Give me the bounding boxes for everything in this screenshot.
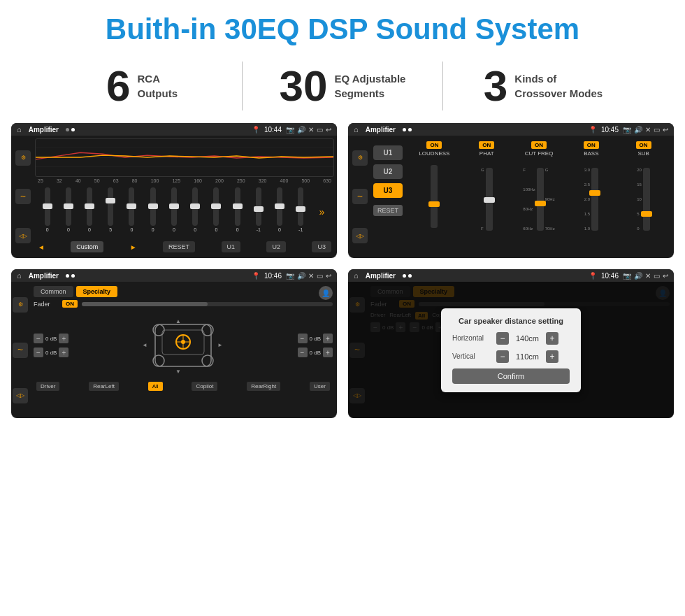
slider-track-2[interactable] — [87, 187, 92, 226]
slider-track-9[interactable] — [235, 187, 240, 226]
plus-rr[interactable]: + — [323, 348, 333, 357]
loudness-on[interactable]: ON — [426, 141, 442, 149]
xo-ctrl-1[interactable]: ⚙ — [352, 150, 368, 166]
horizontal-minus[interactable]: − — [496, 332, 509, 345]
slider-track-3[interactable] — [108, 187, 113, 226]
xo-reset[interactable]: RESET — [373, 205, 403, 216]
close-icon-2[interactable]: ✕ — [645, 126, 651, 134]
slider-thumb-11[interactable] — [275, 203, 284, 209]
eq-ctrl-2[interactable]: 〜 — [15, 189, 31, 204]
slider-thumb-7[interactable] — [190, 203, 200, 209]
slider-track-1[interactable] — [66, 187, 71, 226]
back-icon-1[interactable]: ↩ — [326, 126, 331, 134]
screen2-body: ⚙ 〜 ◁▷ U1 U2 U3 RESET ON LOUDNESS — [348, 136, 674, 258]
xo-ctrl-3[interactable]: ◁▷ — [352, 228, 368, 243]
label-all[interactable]: All — [148, 382, 163, 391]
slider-thumb-2[interactable] — [85, 203, 94, 209]
slider-thumb-4[interactable] — [127, 203, 136, 209]
home-icon-3[interactable]: ⌂ — [17, 271, 22, 280]
label-user[interactable]: User — [310, 382, 330, 391]
tab-common[interactable]: Common — [34, 286, 73, 297]
label-driver[interactable]: Driver — [36, 382, 59, 391]
u2-btn-1[interactable]: U2 — [266, 241, 286, 252]
cutfreq-on[interactable]: ON — [531, 141, 547, 149]
xo-ctrl-2[interactable]: 〜 — [352, 189, 368, 204]
slider-thumb-1[interactable] — [64, 203, 73, 209]
preset-u3[interactable]: U3 — [373, 183, 403, 198]
sub-track[interactable] — [643, 168, 650, 231]
sub-thumb[interactable] — [641, 211, 652, 217]
bass-track[interactable] — [591, 168, 598, 231]
minus-fl[interactable]: − — [34, 334, 43, 343]
slider-thumb-3[interactable] — [106, 198, 115, 203]
plus-fr[interactable]: + — [323, 334, 333, 343]
slider-thumb-9[interactable] — [233, 203, 243, 209]
plus-rl[interactable]: + — [59, 348, 68, 357]
minus-fr[interactable]: − — [298, 334, 308, 343]
loudness-track[interactable] — [431, 165, 438, 228]
loudness-thumb[interactable] — [428, 201, 440, 207]
eq-ctrl-1[interactable]: ⚙ — [15, 150, 31, 166]
close-icon-4[interactable]: ✕ — [645, 272, 651, 280]
back-icon-3[interactable]: ↩ — [326, 272, 331, 280]
next-icon[interactable]: ► — [130, 243, 137, 251]
back-icon-4[interactable]: ↩ — [663, 272, 668, 280]
home-icon-2[interactable]: ⌂ — [354, 125, 359, 134]
phat-thumb[interactable] — [484, 197, 495, 203]
confirm-button[interactable]: Confirm — [452, 368, 570, 384]
u3-btn-1[interactable]: U3 — [312, 241, 331, 252]
reset-btn-1[interactable]: RESET — [163, 241, 195, 252]
bass-on[interactable]: ON — [584, 141, 599, 149]
preset-u2[interactable]: U2 — [373, 164, 403, 179]
label-rearleft[interactable]: RearLeft — [89, 382, 119, 391]
cutfreq-thumb[interactable] — [535, 201, 546, 206]
slider-track-5[interactable] — [150, 187, 156, 226]
preset-custom[interactable]: Custom — [71, 241, 103, 252]
home-icon-4[interactable]: ⌂ — [354, 271, 359, 280]
bass-thumb[interactable] — [589, 190, 600, 196]
slider-track-0[interactable] — [45, 187, 50, 226]
tab-specialty[interactable]: Specialty — [76, 286, 118, 297]
slider-thumb-8[interactable] — [211, 203, 221, 209]
vertical-plus[interactable]: + — [546, 350, 558, 363]
fader-ctrl-1[interactable]: ⚙ — [13, 297, 28, 313]
slider-track-8[interactable] — [213, 187, 219, 226]
slider-thumb-10[interactable] — [254, 206, 264, 212]
u1-btn-1[interactable]: U1 — [222, 241, 241, 252]
person-icon[interactable]: 👤 — [319, 286, 333, 300]
slider-track-11[interactable] — [277, 187, 282, 226]
minus-rr[interactable]: − — [298, 348, 308, 357]
fader-on-badge[interactable]: ON — [62, 300, 78, 308]
horizontal-plus[interactable]: + — [546, 332, 558, 345]
label-rearright[interactable]: RearRight — [247, 382, 280, 391]
slider-thumb-6[interactable] — [169, 203, 179, 209]
slider-track-7[interactable] — [192, 187, 198, 226]
close-icon-1[interactable]: ✕ — [308, 126, 314, 134]
home-icon-1[interactable]: ⌂ — [17, 125, 22, 134]
slider-thumb-12[interactable] — [296, 206, 305, 212]
preset-u1[interactable]: U1 — [373, 145, 403, 160]
minus-rl[interactable]: − — [34, 348, 43, 357]
eq-more-icon[interactable]: » — [319, 187, 324, 236]
phat-on[interactable]: ON — [479, 141, 494, 149]
phat-track[interactable] — [486, 168, 493, 231]
slider-thumb-0[interactable] — [43, 203, 52, 209]
vertical-minus[interactable]: − — [496, 350, 509, 363]
prev-icon[interactable]: ◄ — [38, 243, 45, 251]
sub-on[interactable]: ON — [636, 141, 651, 149]
slider-track-10[interactable] — [256, 187, 261, 226]
slider-track-6[interactable] — [171, 187, 177, 226]
fader-ctrl-2[interactable]: 〜 — [13, 343, 28, 358]
label-copilot[interactable]: Copilot — [192, 382, 217, 391]
eq-slider-8: 0 — [213, 187, 219, 236]
fader-ctrl-3[interactable]: ◁▷ — [13, 388, 28, 403]
slider-track-12[interactable] — [298, 187, 303, 226]
back-icon-2[interactable]: ↩ — [663, 126, 668, 134]
cutfreq-track[interactable] — [537, 168, 544, 231]
eq-ctrl-3[interactable]: ◁▷ — [15, 228, 31, 243]
slider-track-4[interactable] — [129, 187, 134, 226]
close-icon-3[interactable]: ✕ — [308, 272, 314, 280]
slider-thumb-5[interactable] — [148, 203, 158, 209]
plus-fl[interactable]: + — [59, 334, 68, 343]
fader-track[interactable] — [82, 302, 333, 306]
